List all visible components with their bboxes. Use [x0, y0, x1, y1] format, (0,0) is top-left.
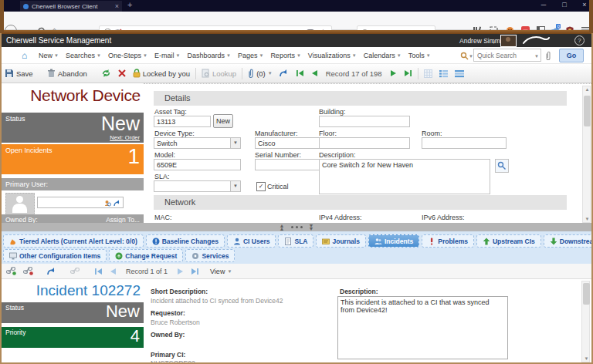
- menu-new[interactable]: New▼: [39, 52, 59, 59]
- critical-label: Critical: [267, 183, 289, 190]
- next-record-button[interactable]: [390, 69, 397, 77]
- menu-pages[interactable]: Pages▼: [238, 52, 263, 59]
- tab-services[interactable]: Services: [185, 249, 235, 262]
- building-input[interactable]: [319, 116, 410, 127]
- services-icon: [191, 252, 199, 260]
- browser-tab[interactable]: Cherwell Browser Client ×: [20, 1, 122, 12]
- menu-email[interactable]: E-mail▼: [154, 52, 180, 59]
- incident-description-textarea[interactable]: This incident is attached to a CI that w…: [337, 296, 508, 359]
- asset-tag-input[interactable]: [154, 116, 211, 127]
- quick-search-icon[interactable]: [460, 52, 469, 60]
- goto-linked-record-button[interactable]: [47, 267, 56, 276]
- scroll-up-icon[interactable]: ▲: [583, 87, 591, 92]
- menu-visualizations[interactable]: Visualizations▼: [308, 52, 357, 59]
- attachments-button[interactable]: (0) ▼: [248, 69, 273, 79]
- refresh-button[interactable]: [101, 69, 111, 78]
- tab-upstream-cis[interactable]: Upstream CIs: [476, 234, 541, 248]
- menu-tools[interactable]: Tools▼: [408, 52, 431, 59]
- menu-dashboards[interactable]: Dashboards▼: [187, 52, 230, 59]
- previous-linked-record-button[interactable]: [110, 268, 117, 275]
- last-linked-record-button[interactable]: [191, 268, 199, 275]
- user-menu[interactable]: Andrew Simms: [459, 37, 503, 45]
- primary-user-input[interactable]: [37, 197, 124, 208]
- open-incidents-bar: Open Incidents 1: [0, 144, 144, 174]
- quick-search-input[interactable]: [473, 49, 541, 62]
- quick-search-dropdown-icon[interactable]: ▼: [534, 54, 539, 59]
- tab-ci-users[interactable]: CI Users: [227, 234, 276, 248]
- incident-priority-bar: Priority 4: [0, 327, 144, 348]
- critical-checkbox[interactable]: ✓: [256, 182, 266, 191]
- grid-view-button[interactable]: [424, 69, 432, 78]
- tab-close-icon[interactable]: ×: [115, 2, 119, 10]
- last-record-button[interactable]: [404, 69, 412, 77]
- lookup-button[interactable]: Lookup: [202, 69, 236, 78]
- device-type-select[interactable]: Switch▼: [154, 137, 241, 149]
- goto-record-button[interactable]: [280, 69, 289, 78]
- menu-calendars[interactable]: Calendars▼: [364, 52, 402, 59]
- sla-select[interactable]: ▼: [154, 180, 241, 192]
- model-input[interactable]: [154, 159, 241, 170]
- window-maximize-button[interactable]: □: [557, 1, 572, 8]
- tab-problems[interactable]: Problems: [422, 234, 474, 248]
- details-scrollbar[interactable]: ▲ ▼: [582, 86, 591, 223]
- floor-input[interactable]: [319, 137, 410, 149]
- tab-downstream-cis[interactable]: Downstream CIs: [544, 234, 593, 248]
- open-incidents-value: 1: [127, 144, 140, 169]
- cancel-button[interactable]: [118, 69, 126, 77]
- room-input[interactable]: [422, 137, 507, 149]
- tab-baseline-changes[interactable]: Baseline Changes: [146, 234, 225, 248]
- link-record-button[interactable]: [6, 267, 16, 275]
- downstream-icon: [550, 238, 557, 245]
- attachment-clip-icon[interactable]: [545, 51, 551, 61]
- status-value: New: [101, 113, 140, 135]
- home-dashboard-icon[interactable]: ⌂: [22, 50, 27, 61]
- scroll-down-icon[interactable]: ▼: [583, 217, 591, 221]
- first-linked-record-button[interactable]: [94, 268, 103, 275]
- go-button[interactable]: Go: [559, 49, 584, 62]
- collapse-down-icon[interactable]: ▼▼: [309, 224, 314, 231]
- unlink-record-button[interactable]: [23, 267, 33, 275]
- help-icon[interactable]: ?: [574, 35, 585, 46]
- view-dropdown[interactable]: View▼: [210, 268, 232, 275]
- tab-journals[interactable]: Journals: [316, 234, 365, 248]
- list-view-button[interactable]: [439, 69, 448, 78]
- next-order-link[interactable]: Next: Order: [110, 134, 140, 141]
- menu-bar: ⌂ New▼ Searches▼ One-Steps▼ E-mail▼ Dash…: [0, 47, 593, 64]
- lines-view-icon: [455, 69, 464, 78]
- window-minimize-button[interactable]: ─: [536, 1, 551, 8]
- lines-view-button[interactable]: [455, 69, 464, 78]
- dropdown-caret-icon[interactable]: ▼: [230, 138, 240, 148]
- new-tab-button[interactable]: +: [127, 0, 132, 9]
- description-textarea[interactable]: Core Switch 2 for New Haven: [319, 159, 490, 194]
- next-linked-record-button[interactable]: [177, 268, 184, 275]
- avatar[interactable]: [500, 35, 517, 47]
- browser-navbar: ← → ⌂ i 10.42.100.96/CherwellClient/Acce…: [0, 12, 593, 30]
- quick-view-button[interactable]: [70, 268, 80, 275]
- locked-by-you-button[interactable]: Locked by you: [133, 69, 190, 78]
- tab-other-configuration-items[interactable]: Other Configuration Items: [3, 249, 107, 262]
- incident-scrollbar[interactable]: ▼: [581, 281, 590, 362]
- user-goto-icon[interactable]: [114, 200, 120, 207]
- save-button[interactable]: Save: [5, 69, 33, 78]
- new-asset-tag-button[interactable]: New: [213, 114, 233, 128]
- collapse-up-icon[interactable]: ▲▲: [280, 224, 285, 231]
- tab-incidents[interactable]: Incidents: [368, 234, 419, 248]
- journals-icon: [322, 238, 330, 245]
- scroll-down-icon[interactable]: ▼: [582, 356, 591, 361]
- first-record-button[interactable]: [296, 69, 304, 77]
- menu-reports[interactable]: Reports▼: [270, 52, 300, 59]
- pane-splitter[interactable]: ▲▲ ▼▼: [0, 223, 593, 231]
- tab-tiered-alerts[interactable]: Tiered Alerts (Current Alert Level: 0/0): [3, 234, 144, 248]
- previous-record-button[interactable]: [311, 69, 318, 77]
- menu-one-steps[interactable]: One-Steps▼: [108, 52, 147, 59]
- goto-record-icon: [47, 267, 56, 276]
- user-lookup-icon[interactable]: [104, 200, 111, 207]
- dropdown-caret-icon[interactable]: ▼: [230, 181, 240, 191]
- asset-tag-label: Asset Tag:: [154, 108, 187, 116]
- tab-sla[interactable]: SLA: [278, 234, 313, 248]
- description-zoom-button[interactable]: [495, 159, 509, 173]
- room-label: Room:: [422, 130, 442, 137]
- menu-searches[interactable]: Searches▼: [66, 52, 101, 59]
- tab-change-request[interactable]: Change Request: [109, 249, 183, 262]
- abandon-button[interactable]: Abandon: [47, 69, 87, 78]
